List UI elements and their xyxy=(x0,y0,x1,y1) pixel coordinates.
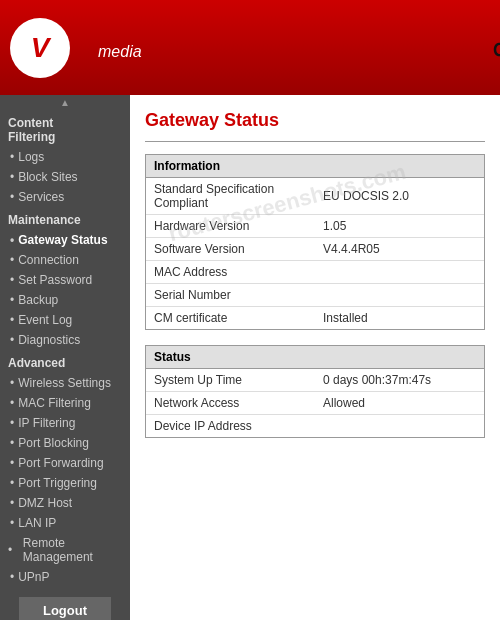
status-value-2 xyxy=(315,415,484,438)
sidebar-item-wireless-settings[interactable]: Wireless Settings xyxy=(0,373,130,393)
table-row: Standard Specification Compliant EU DOCS… xyxy=(146,178,484,215)
information-table-header: Information xyxy=(146,155,484,178)
table-row: MAC Address xyxy=(146,261,484,284)
logout-container: Logout xyxy=(0,587,130,620)
sidebar-item-diagnostics[interactable]: Diagnostics xyxy=(0,330,130,350)
page-title: Gateway Status xyxy=(145,110,485,131)
info-value-0: EU DOCSIS 2.0 xyxy=(315,178,484,215)
sidebar-item-dmz-host[interactable]: DMZ Host xyxy=(0,493,130,513)
sidebar-item-logs[interactable]: Logs xyxy=(0,147,130,167)
status-value-1: Allowed xyxy=(315,392,484,415)
sidebar-item-port-forwarding[interactable]: Port Forwarding xyxy=(0,453,130,473)
logo-media-text: media xyxy=(98,43,142,61)
sidebar-item-ip-filtering[interactable]: IP Filtering xyxy=(0,413,130,433)
info-label-3: MAC Address xyxy=(146,261,315,284)
info-value-4 xyxy=(315,284,484,307)
sidebar-item-services[interactable]: Services xyxy=(0,187,130,207)
section-header-advanced: Advanced xyxy=(0,350,130,373)
status-table: System Up Time 0 days 00h:37m:47s Networ… xyxy=(146,369,484,437)
sidebar: ▲ ContentFiltering Logs Block Sites Serv… xyxy=(0,95,130,620)
status-value-0: 0 days 00h:37m:47s xyxy=(315,369,484,392)
table-row: Network Access Allowed xyxy=(146,392,484,415)
info-value-5: Installed xyxy=(315,307,484,330)
status-label-1: Network Access xyxy=(146,392,315,415)
table-row: Software Version V4.4.4R05 xyxy=(146,238,484,261)
logo-v-letter: V xyxy=(31,32,50,64)
sidebar-item-mac-filtering[interactable]: MAC Filtering xyxy=(0,393,130,413)
logout-button[interactable]: Logout xyxy=(19,597,111,620)
info-value-3 xyxy=(315,261,484,284)
table-row: Device IP Address xyxy=(146,415,484,438)
header: V ∞ media xyxy=(0,0,500,95)
scroll-up-arrow[interactable]: ▲ xyxy=(0,95,130,110)
logo-circle: V xyxy=(10,18,70,78)
section-header-maintenance: Maintenance xyxy=(0,207,130,230)
info-label-4: Serial Number xyxy=(146,284,315,307)
information-table: Standard Specification Compliant EU DOCS… xyxy=(146,178,484,329)
information-table-container: Information Standard Specification Compl… xyxy=(145,154,485,330)
info-label-0: Standard Specification Compliant xyxy=(146,178,315,215)
info-value-2: V4.4.4R05 xyxy=(315,238,484,261)
logo: V ∞ media xyxy=(10,18,142,78)
info-label-2: Software Version xyxy=(146,238,315,261)
status-label-0: System Up Time xyxy=(146,369,315,392)
status-label-2: Device IP Address xyxy=(146,415,315,438)
title-divider xyxy=(145,141,485,142)
status-table-header: Status xyxy=(146,346,484,369)
table-row: System Up Time 0 days 00h:37m:47s xyxy=(146,369,484,392)
sidebar-item-connection[interactable]: Connection xyxy=(0,250,130,270)
section-header-content-filtering: ContentFiltering xyxy=(0,110,130,147)
sidebar-item-backup[interactable]: Backup xyxy=(0,290,130,310)
info-value-1: 1.05 xyxy=(315,215,484,238)
main-layout: ▲ ContentFiltering Logs Block Sites Serv… xyxy=(0,95,500,620)
sidebar-item-set-password[interactable]: Set Password xyxy=(0,270,130,290)
info-label-5: CM certificate xyxy=(146,307,315,330)
table-row: CM certificate Installed xyxy=(146,307,484,330)
sidebar-item-port-triggering[interactable]: Port Triggering xyxy=(0,473,130,493)
sidebar-item-upnp[interactable]: UPnP xyxy=(0,567,130,587)
table-row: Hardware Version 1.05 xyxy=(146,215,484,238)
table-row: Serial Number xyxy=(146,284,484,307)
main-content: routerscreenshots.com Gateway Status Inf… xyxy=(130,95,500,620)
sidebar-item-block-sites[interactable]: Block Sites xyxy=(0,167,130,187)
sidebar-item-lan-ip[interactable]: LAN IP xyxy=(0,513,130,533)
sidebar-item-remote-management[interactable]: Remote Management xyxy=(0,533,130,567)
status-table-container: Status System Up Time 0 days 00h:37m:47s… xyxy=(145,345,485,438)
sidebar-item-event-log[interactable]: Event Log xyxy=(0,310,130,330)
sidebar-item-port-blocking[interactable]: Port Blocking xyxy=(0,433,130,453)
sidebar-item-gateway-status[interactable]: Gateway Status xyxy=(0,230,130,250)
logo-infinity-symbol: ∞ xyxy=(492,27,500,69)
info-label-1: Hardware Version xyxy=(146,215,315,238)
content-wrapper: routerscreenshots.com Gateway Status Inf… xyxy=(145,110,485,438)
